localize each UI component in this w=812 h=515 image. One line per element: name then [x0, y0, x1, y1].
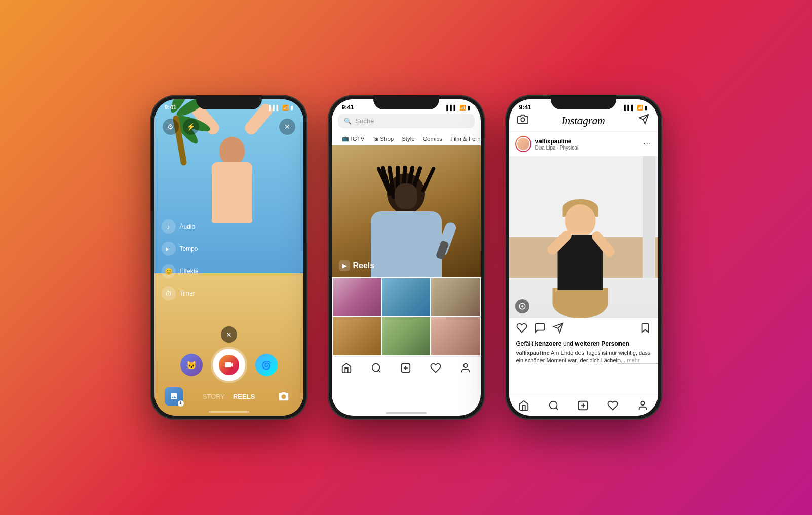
- reels-mode[interactable]: REELS: [233, 393, 255, 400]
- status-bar-feed: 9:41 ▌▌▌ 📶 ▮: [509, 99, 658, 114]
- share-button[interactable]: [553, 322, 564, 336]
- grid-item-6[interactable]: [431, 317, 479, 355]
- reels-nav: STORY REELS: [154, 387, 303, 406]
- svg-point-14: [549, 401, 557, 409]
- status-time-feed: 9:41: [519, 104, 531, 111]
- story-add-button[interactable]: [515, 299, 529, 313]
- username[interactable]: vallixpauline: [535, 138, 640, 145]
- user-avatar[interactable]: [515, 136, 531, 152]
- phone-explore: 9:41 ▌▌▌ 📶 ▮ 🔍 Suche 📺 IGTV 🛍 Shop Styl: [328, 95, 485, 420]
- home-indicator-feed: [617, 363, 658, 364]
- home-indicator: [209, 411, 249, 413]
- capture-button-inner: [219, 355, 239, 375]
- flash-icon[interactable]: ⚡: [183, 119, 199, 135]
- close-icon[interactable]: ✕: [279, 119, 295, 135]
- tab-shop[interactable]: 🛍 Shop: [368, 132, 398, 145]
- effects-menu-item[interactable]: 😊 Effekte: [162, 264, 199, 278]
- more-options-icon[interactable]: ···: [643, 139, 651, 149]
- heart-feed-nav[interactable]: [607, 399, 619, 412]
- settings-icon[interactable]: ⚙: [163, 119, 179, 135]
- tab-igtv[interactable]: 📺 IGTV: [338, 132, 369, 145]
- svg-point-5: [463, 364, 467, 367]
- add-nav-icon[interactable]: [400, 362, 412, 374]
- tab-igtv-label: IGTV: [351, 136, 365, 142]
- audio-label: Audio: [180, 223, 196, 230]
- profile-feed-nav[interactable]: [637, 399, 649, 412]
- bookmark-button[interactable]: [640, 322, 651, 336]
- reels-label-text: Reels: [353, 261, 375, 270]
- tab-film-label: Film & Fern: [450, 136, 480, 142]
- screen-explore: 9:41 ▌▌▌ 📶 ▮ 🔍 Suche 📺 IGTV 🛍 Shop Styl: [332, 99, 481, 416]
- grid-item-3[interactable]: [431, 278, 479, 316]
- flip-camera-button[interactable]: [275, 387, 293, 406]
- home-nav-icon[interactable]: [340, 362, 353, 374]
- effects-icon: 😊: [162, 264, 176, 278]
- grid-item-4[interactable]: [333, 317, 381, 355]
- tab-comics[interactable]: Comics: [419, 132, 446, 145]
- cancel-button[interactable]: ✕: [221, 326, 237, 343]
- camera-icon[interactable]: [517, 114, 528, 127]
- tempo-icon: ⏯: [162, 242, 176, 256]
- timer-label: Timer: [180, 290, 195, 297]
- grid-item-2[interactable]: [382, 278, 430, 316]
- phone-reels-creator: 9:41 ▌▌▌ 📶 ▮ ⚙ ⚡ ✕ ♪ Audio ⏯ Tempo: [150, 95, 307, 420]
- tab-film[interactable]: Film & Fern: [446, 132, 480, 145]
- post-media[interactable]: [509, 156, 658, 318]
- send-icon[interactable]: [638, 114, 649, 127]
- likes-user[interactable]: kenzoere: [535, 340, 562, 347]
- add-feed-nav[interactable]: [577, 399, 589, 412]
- like-button[interactable]: [516, 322, 527, 336]
- search-icon: 🔍: [344, 118, 352, 125]
- post-likes: Gefällt kenzoere und weiteren Personen: [509, 340, 658, 349]
- signal-icon-feed: ▌▌▌: [624, 105, 634, 111]
- timer-menu-item[interactable]: ⏱ Timer: [162, 286, 199, 301]
- profile-nav-icon[interactable]: [459, 362, 472, 374]
- home-feed-nav[interactable]: [518, 399, 530, 412]
- status-bar: 9:41 ▌▌▌ 📶 ▮: [154, 99, 303, 114]
- grid-item-1[interactable]: [333, 278, 381, 316]
- dancer-arms: [547, 235, 613, 290]
- user-info: vallixpauline Dua Lipa · Physical: [535, 138, 640, 151]
- tab-style[interactable]: Style: [398, 132, 419, 145]
- tab-comics-label: Comics: [423, 136, 442, 142]
- svg-point-0: [372, 364, 379, 372]
- likes-prefix: Gefällt: [516, 340, 535, 347]
- battery-icon-feed: ▮: [645, 105, 648, 111]
- explore-bottom-nav: [332, 356, 481, 379]
- shop-icon: 🛍: [372, 136, 378, 142]
- reels-bottom-controls: ✕ 😺 🌀 ST: [154, 326, 303, 416]
- audio-menu-item[interactable]: ♪ Audio: [162, 219, 199, 234]
- dancing-person: [547, 199, 613, 318]
- tab-style-label: Style: [402, 136, 415, 142]
- grid-item-5[interactable]: [382, 317, 430, 355]
- capture-button[interactable]: [213, 349, 245, 381]
- battery-icon-explore: ▮: [468, 105, 471, 111]
- person-head: [387, 173, 425, 214]
- tempo-label: Tempo: [180, 245, 198, 252]
- room-wall: [643, 156, 655, 278]
- effect-button-2[interactable]: 🌀: [255, 354, 278, 376]
- tempo-menu-item[interactable]: ⏯ Tempo: [162, 242, 199, 256]
- reels-side-menu: ♪ Audio ⏯ Tempo 😊 Effekte ⏱ Timer: [162, 219, 199, 301]
- explore-main-video[interactable]: ▶ Reels: [332, 145, 481, 277]
- screen-reels: 9:41 ▌▌▌ 📶 ▮ ⚙ ⚡ ✕ ♪ Audio ⏯ Tempo: [154, 99, 303, 416]
- remote-control: [435, 240, 449, 260]
- audio-icon: ♪: [162, 219, 176, 234]
- feed-bottom-nav: [509, 395, 658, 416]
- comment-button[interactable]: [534, 322, 546, 336]
- search-bar[interactable]: 🔍 Suche: [338, 114, 475, 128]
- battery-icon: ▮: [290, 105, 293, 111]
- screen-feed: 9:41 ▌▌▌ 📶 ▮ Instagram vallixpauline: [509, 99, 658, 416]
- story-mode[interactable]: STORY: [203, 393, 225, 400]
- effect-button-1[interactable]: 😺: [180, 354, 203, 376]
- search-nav-icon[interactable]: [370, 362, 382, 374]
- post-actions: [509, 318, 658, 340]
- caption-username[interactable]: vallixpauline: [516, 350, 550, 356]
- gallery-button[interactable]: [165, 387, 183, 406]
- heart-nav-icon[interactable]: [430, 362, 442, 374]
- search-feed-nav[interactable]: [548, 399, 560, 412]
- reels-label: ▶ Reels: [339, 260, 375, 271]
- status-time: 9:41: [165, 104, 177, 111]
- likes-weiteren[interactable]: weiteren Personen: [575, 340, 629, 347]
- explore-tabs: 📺 IGTV 🛍 Shop Style Comics Film & Fern: [332, 132, 481, 145]
